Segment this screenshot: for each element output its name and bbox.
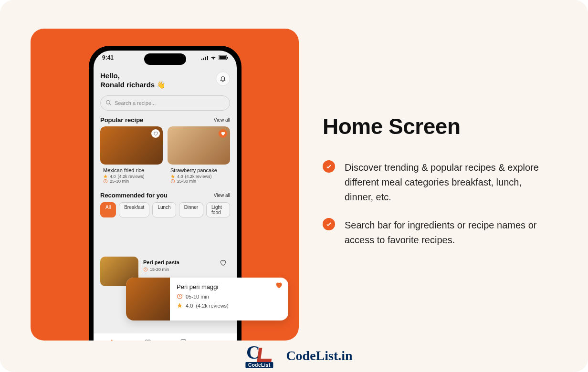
chip-lunch[interactable]: Lunch bbox=[152, 202, 176, 217]
description-column: Home Screen Discover trending & popular … bbox=[323, 114, 561, 248]
heart-icon bbox=[220, 131, 225, 136]
favorite-toggle[interactable] bbox=[151, 129, 160, 138]
dynamic-island bbox=[144, 53, 186, 65]
recipe-image bbox=[100, 126, 163, 165]
notifications-button[interactable] bbox=[216, 72, 230, 86]
favorite-toggle[interactable] bbox=[219, 129, 227, 138]
bullet-text: Search bar for ingredients or recipe nam… bbox=[345, 218, 550, 248]
recommended-title: Recommended for you bbox=[100, 192, 168, 199]
clock-icon bbox=[143, 267, 148, 272]
favorite-toggle[interactable] bbox=[275, 281, 283, 289]
greeting: Hello, Ronald richards 👋 bbox=[100, 72, 166, 90]
watermark-logo: C CodeList bbox=[235, 343, 283, 368]
category-chips: All Breakfast Lunch Dinner Light food bbox=[100, 202, 230, 217]
bottom-nav: Home Favorite Recipe bbox=[94, 333, 237, 341]
popular-viewall[interactable]: View all bbox=[214, 117, 230, 123]
popular-card[interactable]: Mexican fried rice 4.0 (4.2k reviews) 25… bbox=[100, 126, 163, 186]
recommended-viewall[interactable]: View all bbox=[214, 193, 230, 198]
rating-value: 4.0 bbox=[186, 303, 193, 309]
heart-icon bbox=[275, 281, 283, 289]
heart-icon bbox=[220, 259, 226, 266]
recipe-name: Mexican fried rice bbox=[100, 165, 163, 174]
bell-icon bbox=[220, 75, 226, 82]
chip-breakfast[interactable]: Breakfast bbox=[119, 202, 149, 217]
greeting-line2: Ronald richards 👋 bbox=[100, 81, 166, 90]
recipe-name: Peri peri pasta bbox=[143, 259, 225, 265]
nav-profile[interactable] bbox=[201, 333, 237, 341]
logo-l-icon bbox=[257, 348, 273, 362]
nav-home[interactable]: Home bbox=[94, 333, 129, 341]
screenshot-panel: 9:41 Hello, Ronald richards 👋 bbox=[31, 29, 299, 341]
watermark-text: CodeList.in bbox=[286, 348, 352, 363]
nav-favorite[interactable]: Favorite bbox=[129, 333, 165, 341]
popular-title: Popular recipe bbox=[100, 116, 143, 124]
star-icon bbox=[177, 302, 183, 309]
status-time: 9:41 bbox=[102, 54, 114, 61]
chip-all[interactable]: All bbox=[100, 202, 116, 217]
chip-dinner[interactable]: Dinner bbox=[179, 202, 203, 217]
star-icon bbox=[170, 174, 175, 179]
svg-point-7 bbox=[106, 101, 110, 104]
star-icon bbox=[103, 174, 108, 179]
page-canvas: 9:41 Hello, Ronald richards 👋 bbox=[0, 0, 588, 372]
nav-recipe[interactable]: Recipe bbox=[165, 333, 201, 341]
page-title: Home Screen bbox=[323, 114, 561, 139]
check-icon bbox=[326, 163, 332, 170]
svg-rect-2 bbox=[205, 57, 206, 60]
greeting-line1: Hello, bbox=[100, 72, 166, 81]
recommended-item-highlight[interactable]: Peri peri maggi 05-10 min 4.0 (4.2k revi… bbox=[126, 278, 288, 320]
chip-lightfood[interactable]: Light food bbox=[206, 202, 230, 217]
heart-icon bbox=[153, 131, 158, 136]
watermark: C CodeList CodeList.in bbox=[235, 343, 352, 368]
cook-time: 05-10 min bbox=[186, 294, 209, 300]
popular-card[interactable]: Strawberry pancake 4.0 (4.2k reviews) 25… bbox=[168, 126, 230, 186]
battery-icon bbox=[219, 55, 228, 60]
cook-time: 15-20 min bbox=[150, 267, 169, 272]
svg-rect-3 bbox=[207, 56, 208, 60]
svg-rect-5 bbox=[220, 56, 226, 60]
clock-icon bbox=[177, 293, 183, 300]
bullet-item: Discover trending & popular recipes & ex… bbox=[323, 160, 561, 205]
signal-icon bbox=[201, 55, 208, 60]
recipe-name: Strawberry pancake bbox=[168, 165, 230, 174]
reviews-count: (4.2k reviews) bbox=[196, 303, 228, 309]
clock-icon bbox=[103, 179, 108, 184]
svg-rect-0 bbox=[201, 59, 202, 60]
svg-rect-1 bbox=[203, 58, 204, 60]
reviews-count: (4.2k reviews) bbox=[185, 174, 212, 179]
recipe-name: Peri peri maggi bbox=[177, 283, 282, 290]
cook-time: 25-30 min bbox=[177, 179, 196, 184]
check-badge bbox=[323, 160, 335, 173]
heart-icon bbox=[144, 339, 151, 341]
search-icon bbox=[105, 100, 112, 106]
recipe-icon bbox=[179, 339, 187, 341]
clock-icon bbox=[170, 179, 175, 184]
recipe-image bbox=[126, 278, 170, 320]
search-placeholder: Search a recipe... bbox=[115, 100, 156, 106]
svg-rect-6 bbox=[227, 57, 228, 59]
reviews-count: (4.2k reviews) bbox=[118, 174, 145, 179]
check-badge bbox=[323, 218, 335, 230]
cook-time: 25-30 min bbox=[110, 179, 129, 184]
search-input[interactable]: Search a recipe... bbox=[100, 95, 230, 111]
status-icons bbox=[201, 55, 228, 60]
svg-line-8 bbox=[109, 103, 111, 105]
rating-value: 4.0 bbox=[177, 174, 183, 179]
recipe-image bbox=[168, 126, 230, 165]
bullet-item: Search bar for ingredients or recipe nam… bbox=[323, 218, 561, 248]
wifi-icon bbox=[210, 55, 217, 60]
favorite-toggle[interactable] bbox=[220, 259, 226, 266]
home-icon bbox=[108, 339, 116, 341]
watermark-badge: CodeList bbox=[245, 362, 273, 368]
check-icon bbox=[326, 221, 332, 227]
svg-rect-12 bbox=[181, 340, 185, 341]
bullet-text: Discover trending & popular recipes & ex… bbox=[345, 160, 550, 205]
rating-value: 4.0 bbox=[110, 174, 116, 179]
